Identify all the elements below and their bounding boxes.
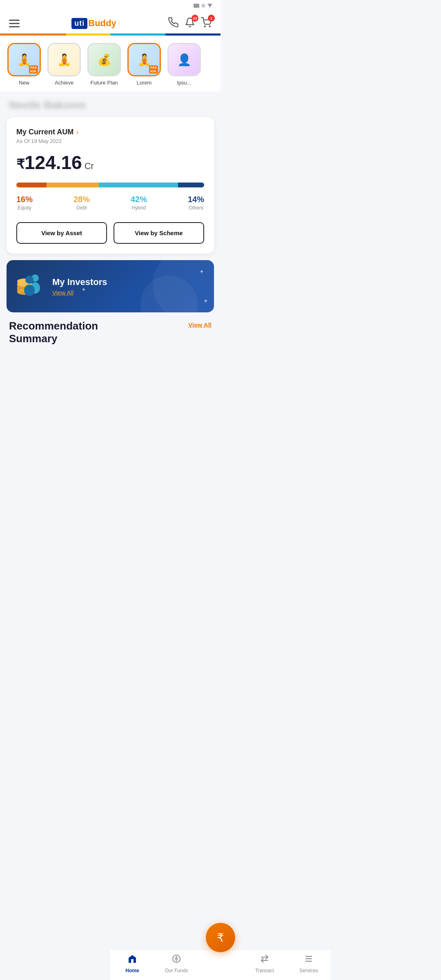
banner-title: My Investors <box>52 277 107 287</box>
aum-card: My Current AUM › As Of 19 May 2022 ₹124.… <box>7 117 214 254</box>
others-pct: 14% <box>188 195 204 204</box>
aum-progress-bar <box>16 183 204 187</box>
story-item-new[interactable]: 🧘 PASION New <box>7 43 41 86</box>
banner-text: My Investors View All <box>52 277 107 296</box>
greeting-section: Neetle Bakonm <box>0 91 220 114</box>
story-thumb-achieve: 🧘 <box>47 43 81 76</box>
story-img-new: 🧘 PASION <box>9 44 40 75</box>
svg-point-0 <box>205 26 205 27</box>
signal-icon <box>194 4 199 8</box>
story-label-ipsum: Ipsu... <box>177 80 191 86</box>
svg-point-9 <box>24 285 35 296</box>
recommendation-section: RecommendationSummary View All <box>0 320 220 388</box>
hybrid-label: Hybrid <box>131 205 147 211</box>
svg-point-1 <box>209 26 210 27</box>
equity-pct: 16% <box>16 195 33 204</box>
story-img-lorem: 🧘 PASION <box>129 44 160 75</box>
equity-label: Equity <box>16 205 33 211</box>
aum-amount: ₹124.16Cr <box>16 151 204 174</box>
story-item-future[interactable]: 💰 Future Plan <box>87 43 121 86</box>
legend-debt: 28% Debt <box>74 195 90 211</box>
story-thumb-new: 🧘 PASION <box>7 43 41 76</box>
view-by-asset-button[interactable]: View by Asset <box>16 222 107 244</box>
dot-icon <box>201 4 205 8</box>
bar-others <box>178 183 204 187</box>
logo-buddy: Buddy <box>88 18 116 29</box>
cart-badge: 1 <box>208 15 215 22</box>
stories-row: 🧘 PASION New 🧘 Achieve 💰 Future Plan 🧘 P… <box>0 36 220 91</box>
story-img-ipsum: 👤 <box>169 44 200 75</box>
svg-point-8 <box>25 276 33 284</box>
status-bar <box>0 0 220 11</box>
investors-icon <box>16 272 45 301</box>
aum-chevron-icon[interactable]: › <box>76 128 78 136</box>
aum-title-row: My Current AUM › <box>16 128 204 136</box>
legend-equity: 16% Equity <box>16 195 33 211</box>
story-thumb-lorem: 🧘 PASION <box>127 43 161 76</box>
story-item-achieve[interactable]: 🧘 Achieve <box>47 43 81 86</box>
view-by-scheme-button[interactable]: View by Scheme <box>114 222 204 244</box>
story-label-future: Future Plan <box>90 80 118 86</box>
aum-title: My Current AUM <box>16 128 74 136</box>
story-thumb-future: 💰 <box>87 43 121 76</box>
banner-view-all[interactable]: View All <box>52 289 107 296</box>
bar-debt <box>47 183 99 187</box>
notification-badge: 23 <box>192 15 198 22</box>
notification-button[interactable]: 23 <box>185 17 195 29</box>
recommendation-title: RecommendationSummary <box>9 320 98 345</box>
legend-hybrid: 42% Hybrid <box>131 195 147 211</box>
header-actions: 23 1 <box>168 17 212 29</box>
story-item-ipsum[interactable]: 👤 Ipsu... <box>167 43 201 86</box>
story-img-future: 💰 <box>89 44 120 75</box>
debt-label: Debt <box>74 205 90 211</box>
hybrid-pct: 42% <box>131 195 147 204</box>
story-label-achieve: Achieve <box>55 80 74 86</box>
new-badge: PASION <box>29 65 38 74</box>
rupee-symbol: ₹ <box>16 157 24 172</box>
phone-button[interactable] <box>168 17 179 29</box>
recommendation-view-all[interactable]: View All <box>188 321 212 328</box>
story-thumb-ipsum: 👤 <box>167 43 201 76</box>
logo-uti: uti <box>71 18 87 29</box>
bar-hybrid <box>99 183 178 187</box>
hamburger-button[interactable] <box>9 20 20 27</box>
aum-unit: Cr <box>85 161 94 171</box>
greeting-name: Neetle Bakonm <box>9 99 212 111</box>
story-label-new: New <box>19 80 29 86</box>
aum-value: 124.16 <box>24 152 82 173</box>
recommendation-header: RecommendationSummary View All <box>9 320 212 345</box>
status-icons <box>194 4 212 8</box>
debt-pct: 28% <box>74 195 90 204</box>
story-item-lorem[interactable]: 🧘 PASION Lorem <box>127 43 161 86</box>
investors-banner[interactable]: My Investors View All ✦ ✦ ✦ <box>7 260 214 312</box>
lorem-badge: PASION <box>149 65 158 74</box>
story-label-lorem: Lorem <box>137 80 152 86</box>
dropdown-icon <box>207 4 212 8</box>
sparkle-icon-2: ✦ <box>203 298 208 304</box>
aum-date: As Of 19 May 2022 <box>16 138 204 144</box>
story-img-achieve: 🧘 <box>49 44 80 75</box>
aum-legend: 16% Equity 28% Debt 42% Hybrid 14% Other… <box>16 195 204 211</box>
header: uti Buddy 23 1 <box>0 11 220 33</box>
bar-equity <box>16 183 47 187</box>
sparkle-icon-1: ✦ <box>199 268 204 275</box>
cart-button[interactable]: 1 <box>201 17 212 29</box>
aum-buttons: View by Asset View by Scheme <box>16 222 204 244</box>
logo: uti Buddy <box>71 18 116 29</box>
others-label: Others <box>188 205 204 211</box>
legend-others: 14% Others <box>188 195 204 211</box>
